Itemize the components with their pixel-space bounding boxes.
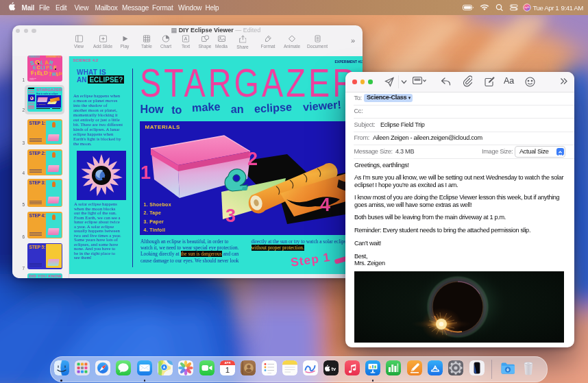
svg-text:APR: APR xyxy=(224,361,230,365)
svg-text:tv: tv xyxy=(332,366,336,372)
svg-text:3: 3 xyxy=(225,206,236,226)
svg-text:A: A xyxy=(184,36,188,42)
svg-text:4: 4 xyxy=(320,195,330,215)
svg-text:1: 1 xyxy=(140,162,151,183)
svg-text:2: 2 xyxy=(247,149,258,169)
svg-text:1: 1 xyxy=(225,365,230,373)
